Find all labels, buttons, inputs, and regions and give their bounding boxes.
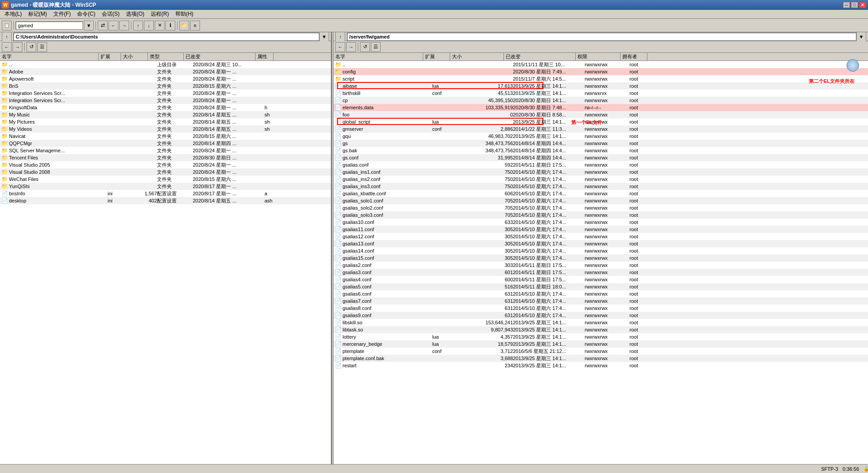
right-forward-btn[interactable]: →	[346, 42, 356, 52]
right-file-row[interactable]: 📄 gsalias11.conf 305 2014/5/10 星期六 17:4.…	[334, 226, 868, 233]
left-file-row[interactable]: 📁 KingsoftData 文件夹 2020/8/24 星期一 ... h	[0, 104, 331, 111]
left-file-row[interactable]: 📁 Visual Studio 2008 文件夹 2020/8/24 星期一 .…	[0, 168, 331, 176]
right-file-row[interactable]: 📁 config 2020/8/30 星期日 7:49... rwxrwxrwx…	[334, 68, 868, 75]
right-col-name[interactable]: 名字	[334, 53, 423, 60]
left-file-row[interactable]: 📁 WeChat Files 文件夹 2020/8/15 星期六 ...	[0, 176, 331, 183]
right-file-row[interactable]: 📄 gsalias4.conf 600 2014/5/11 星期日 17:5..…	[334, 276, 868, 283]
menu-file[interactable]: 文件(F)	[51, 10, 74, 18]
menu-command[interactable]: 命令(C)	[74, 10, 98, 18]
right-file-row[interactable]: 📄 gsalias10.conf 633 2014/5/10 星期六 17:4.…	[334, 219, 868, 226]
right-file-row[interactable]: 📄 gsalias3.conf 601 2014/5/11 星期日 17:5..…	[334, 269, 868, 276]
right-file-row[interactable]: 📄 gsalias2.conf 303 2014/5/11 星期日 17:5..…	[334, 262, 868, 269]
left-file-row[interactable]: 📁 My Videos 文件夹 2020/8/14 星期五 ... sh	[0, 125, 331, 133]
right-file-row[interactable]: 📄 gsalias_ins2.conf 750 2014/5/10 星期六 17…	[334, 176, 868, 183]
right-file-row[interactable]: 📄 lottery lua 4,357 2013/9/25 星期三 14:1..…	[334, 333, 868, 340]
right-file-row[interactable]: 📄 birthskill conf 45,513 2013/9/25 星期三 1…	[334, 90, 868, 97]
left-col-attr[interactable]: 属性	[256, 53, 273, 60]
session-name-field[interactable]: gamed	[16, 22, 83, 30]
right-addr-dropdown[interactable]: ▼	[856, 32, 866, 42]
delete-btn[interactable]: ✕	[155, 21, 165, 30]
right-file-row[interactable]: 📄 gsalias15.conf 305 2014/5/10 星期六 17:4.…	[334, 254, 868, 262]
right-file-row[interactable]: 📄 gsalias_solo3.conf 705 2014/5/10 星期六 1…	[334, 211, 868, 219]
menu-help[interactable]: 帮助(H)	[173, 10, 196, 18]
left-col-type[interactable]: 类型	[148, 53, 184, 60]
right-file-row[interactable]: 📄 gsalias7.conf 631 2014/5/10 星期六 17:4..…	[334, 297, 868, 305]
menu-session[interactable]: 会话(S)	[99, 10, 122, 18]
right-file-row[interactable]: 📄 global_script lua 2013/9/25 星期三 14:1..…	[334, 118, 868, 125]
left-file-list[interactable]: 📁 .. 上级目录 2020/8/24 星期三 10... 📁 Adobe 文件…	[0, 61, 331, 465]
right-file-row[interactable]: 📄 gsalias8.conf 631 2014/5/10 星期六 17:4..…	[334, 305, 868, 312]
download-btn[interactable]: ↓	[144, 21, 154, 30]
left-forward-btn[interactable]: →	[13, 42, 22, 52]
right-file-row[interactable]: 📄 gsalias_ins1.conf 750 2014/5/10 星期六 17…	[334, 168, 868, 176]
left-file-row[interactable]: 📁 Visual Studio 2005 文件夹 2020/8/24 星期一 .…	[0, 161, 331, 168]
menu-local[interactable]: 本地(L)	[2, 10, 25, 18]
right-col-size[interactable]: 大小	[450, 53, 504, 60]
right-up-btn[interactable]: ↑	[335, 32, 345, 42]
left-file-row[interactable]: 📄 desktop ini 402 配置设置 2020/8/14 星期五 ...…	[0, 197, 331, 204]
right-file-row[interactable]: 📄 gsalias_kbattle.conf 606 2014/5/10 星期六…	[334, 190, 868, 197]
left-file-row[interactable]: 📁 Adobe 文件夹 2020/8/24 星期一 ...	[0, 68, 331, 75]
right-file-row[interactable]: 📄 gsalias_solo2.conf 705 2014/5/10 星期六 1…	[334, 204, 868, 211]
right-file-row[interactable]: 📄 cp 45,395,150 2020/8/30 星期日 14:1... rw…	[334, 97, 868, 104]
right-file-row[interactable]: 📄 gqu 46,983,702 2013/9/25 星期三 14:1... r…	[334, 133, 868, 140]
left-file-row[interactable]: 📁 BnS 文件夹 2020/8/15 星期六 ...	[0, 82, 331, 90]
left-refresh-btn[interactable]: ↺	[26, 42, 36, 52]
right-back-btn[interactable]: ←	[335, 42, 345, 52]
right-file-row[interactable]: 📄 restart 234 2013/9/25 星期三 14:1... rwxr…	[334, 362, 868, 369]
right-file-row[interactable]: 📄 gsalias14.conf 305 2014/5/10 星期六 17:4.…	[334, 247, 868, 254]
right-file-row[interactable]: 📄 gs.conf 31,995 2014/8/14 星期四 14:4... r…	[334, 154, 868, 161]
close-button[interactable]: ✕	[859, 2, 866, 8]
left-file-row[interactable]: 📁 Apowersoft 文件夹 2020/8/24 星期一 ...	[0, 75, 331, 82]
right-file-row[interactable]: 📄 elements.data 103,335,919 2020/8/30 星期…	[334, 104, 868, 111]
session-dropdown-btn[interactable]: ▼	[84, 21, 94, 30]
left-address-bar[interactable]: C:\Users\Administrator\Documents	[13, 33, 319, 41]
left-file-row[interactable]: 📁 .. 上级目录 2020/8/24 星期三 10...	[0, 61, 331, 68]
right-file-row[interactable]: 📄 gsalias5.conf 516 2014/5/11 星期日 18:0..…	[334, 283, 868, 290]
right-file-row[interactable]: 📄 gsalias13.conf 305 2014/5/10 星期六 17:4.…	[334, 240, 868, 247]
right-file-row[interactable]: 📄 gs 348,473,756 2014/8/14 星期四 14:4... r…	[334, 140, 868, 147]
menu-remote[interactable]: 远程(R)	[148, 10, 172, 18]
back-btn[interactable]: ←	[108, 21, 118, 30]
queue-btn[interactable]: ≡	[190, 21, 200, 30]
properties-btn[interactable]: ℹ	[165, 21, 175, 30]
right-file-row[interactable]: 📄 ptemplate conf 3,712 2016/5/6 星期五 21:1…	[334, 348, 868, 355]
right-file-list[interactable]: 📁 .. 2015/11/11 星期三 10... rwxrwxrwx root…	[334, 61, 868, 465]
right-address-bar[interactable]: /server/fw/gamed	[347, 33, 856, 41]
left-file-row[interactable]: 📁 Integration Services Scr... 文件夹 2020/8…	[0, 90, 331, 97]
right-file-row[interactable]: 📄 gsalias_ins3.conf 750 2014/5/10 星期六 17…	[334, 183, 868, 190]
right-file-row[interactable]: 📄 gsalias.conf 592 2014/5/11 星期日 17:5...…	[334, 161, 868, 168]
right-file-row[interactable]: 📁 .. 2015/11/11 星期三 10... rwxrwxrwx root	[334, 61, 868, 68]
left-file-row[interactable]: 📁 My Pictures 文件夹 2020/8/14 星期五 ... sh	[0, 118, 331, 125]
menu-options[interactable]: 选项(O)	[123, 10, 147, 18]
right-file-row[interactable]: 📄 gsalias_solo1.conf 705 2014/5/10 星期六 1…	[334, 197, 868, 204]
left-col-name[interactable]: 名字	[0, 53, 99, 60]
right-file-row[interactable]: 📄 ptemplate.conf.bak 3,688 2013/9/25 星期三…	[334, 355, 868, 362]
left-file-row[interactable]: 📁 Navicat 文件夹 2020/8/15 星期六 ...	[0, 133, 331, 140]
right-file-row[interactable]: 📄 foo 0 2020/8/30 星期日 8:58... rwxrwxrwx …	[334, 111, 868, 118]
right-view-btn[interactable]: ☰	[371, 42, 381, 52]
circle-indicator[interactable]	[846, 59, 859, 72]
left-file-row[interactable]: 📁 SQL Server Manageme... 文件夹 2020/8/24 星…	[0, 147, 331, 154]
right-file-row[interactable]: 📄 mercenary_bedge lua 18,579 2013/9/25 星…	[334, 340, 868, 348]
right-file-row[interactable]: 📁 script 2015/11/7 星期六 14:5... rwxrwxrwx…	[334, 75, 868, 82]
new-dir-btn[interactable]: 📁	[179, 21, 189, 30]
right-file-row[interactable]: 📄 gsalias12.conf 305 2014/5/10 星期六 17:4.…	[334, 233, 868, 240]
upload-btn[interactable]: ↑	[133, 21, 143, 30]
left-up-btn[interactable]: ↑	[2, 32, 12, 42]
right-col-ext[interactable]: 扩展	[423, 53, 450, 60]
left-file-row[interactable]: 📁 YunQiShi 文件夹 2020/8/17 星期一 ...	[0, 183, 331, 190]
right-col-perm[interactable]: 权限	[576, 53, 621, 60]
right-file-row[interactable]: 📄 libskill.so 153,646,241 2013/9/25 星期三 …	[334, 319, 868, 326]
minimize-button[interactable]: ─	[843, 2, 850, 8]
menu-bookmark[interactable]: 标记(M)	[26, 10, 50, 18]
new-session-btn[interactable]: 📋	[2, 21, 12, 30]
right-file-row[interactable]: 📄 gsalias9.conf 631 2014/5/10 星期六 17:4..…	[334, 312, 868, 319]
left-file-row[interactable]: 📁 Tencent Files 文件夹 2020/8/30 星期日 ...	[0, 154, 331, 161]
right-col-owner[interactable]: 拥有者	[621, 53, 647, 60]
right-file-row[interactable]: 📄 gsalias6.conf 631 2014/5/10 星期六 17:4..…	[334, 290, 868, 297]
left-view-btn[interactable]: ☰	[37, 42, 47, 52]
sync-btn[interactable]: ⇄	[98, 21, 108, 30]
forward-btn[interactable]: →	[119, 21, 129, 30]
right-file-row[interactable]: 📄 aibase lua 17,613 2013/9/25 星期三 14:1..…	[334, 82, 868, 90]
